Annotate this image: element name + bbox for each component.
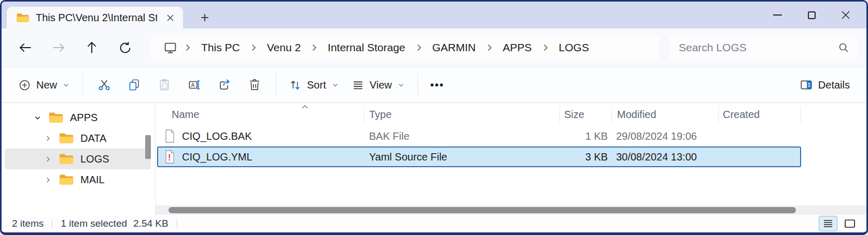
explorer-tab[interactable]: This PC\Venu 2\Internal Storag: [7, 7, 183, 28]
breadcrumb-item-logs[interactable]: LOGS: [552, 39, 596, 56]
status-bar: 2 items 1 item selected 2.54 KB: [2, 215, 866, 232]
file-modified: 30/08/2024 13:00: [611, 148, 717, 166]
chevron-right-icon[interactable]: [39, 135, 57, 142]
tab-close-icon[interactable]: [163, 11, 177, 24]
breadcrumb-chevron-icon: [414, 43, 424, 52]
ellipsis-icon: •••: [430, 79, 444, 91]
breadcrumb-item-garmin[interactable]: GARMIN: [425, 39, 483, 56]
window-controls: [772, 10, 866, 20]
folder-icon: [59, 153, 74, 165]
horizontal-scrollbar-thumb[interactable]: [169, 207, 796, 213]
column-header-name[interactable]: Name: [157, 106, 363, 123]
chevron-down-icon[interactable]: [29, 114, 46, 122]
sidebar-scrollbar-thumb[interactable]: [145, 135, 151, 159]
view-toggles: [819, 216, 859, 231]
sidebar-item-label: DATA: [80, 133, 106, 144]
selection-size: 2.54 KB: [133, 218, 169, 229]
sidebar-item-apps[interactable]: APPS: [5, 107, 151, 128]
file-type: Yaml Source File: [364, 148, 559, 166]
sidebar-item-label: APPS: [70, 112, 97, 124]
copy-button[interactable]: [119, 72, 149, 97]
back-button[interactable]: [14, 36, 37, 59]
column-header-size[interactable]: Size: [559, 106, 611, 123]
file-row-ciq-log-yml[interactable]: ! CIQ_LOG.YML Yaml Source File 3 KB 30/0…: [157, 146, 801, 167]
view-list-icon: [352, 79, 365, 92]
new-button[interactable]: New: [12, 75, 76, 96]
share-button[interactable]: [209, 72, 240, 97]
folder-icon: [59, 132, 74, 144]
close-button[interactable]: [841, 10, 851, 20]
view-button-label: View: [370, 79, 392, 91]
breadcrumb-chevron-icon: [183, 43, 193, 52]
file-type: BAK File: [364, 127, 559, 145]
breadcrumb-item-apps[interactable]: APPS: [496, 39, 539, 56]
status-divider: [52, 219, 52, 228]
file-row-ciq-log-bak[interactable]: CIQ_LOG.BAK BAK File 1 KB 29/08/2024 19:…: [157, 126, 801, 146]
search-box[interactable]: [669, 35, 857, 60]
column-header-type[interactable]: Type: [363, 106, 559, 123]
folder-icon: [59, 173, 74, 186]
breadcrumb-item-this-pc[interactable]: This PC: [194, 39, 247, 56]
file-name: CIQ_LOG.BAK: [182, 130, 252, 142]
details-view-toggle[interactable]: [819, 216, 837, 231]
delete-button[interactable]: [240, 72, 270, 97]
details-pane-button[interactable]: Details: [793, 74, 856, 96]
column-headers: Name Type Size Modified Created: [157, 103, 801, 126]
folder-icon: [48, 111, 64, 124]
toolbar-divider: [82, 74, 83, 96]
folder-icon: [16, 12, 30, 23]
maximize-button[interactable]: [806, 10, 817, 20]
horizontal-scrollbar[interactable]: [156, 205, 866, 215]
navigation-bar: This PC Venu 2 Internal Storage GARMIN A…: [2, 28, 866, 67]
this-pc-icon[interactable]: [159, 41, 181, 55]
sort-ascending-caret-icon: [301, 104, 309, 109]
sidebar-item-mail[interactable]: MAIL: [5, 169, 151, 190]
breadcrumb-chevron-icon: [309, 43, 319, 52]
sort-button-label: Sort: [307, 79, 326, 91]
view-button[interactable]: View: [345, 75, 411, 96]
breadcrumb-item-venu-2[interactable]: Venu 2: [260, 39, 308, 56]
sidebar-item-data[interactable]: DATA: [5, 128, 151, 149]
chevron-right-icon[interactable]: [39, 155, 57, 163]
cut-button[interactable]: [89, 72, 119, 97]
items-count: 2 items: [12, 218, 44, 229]
refresh-button[interactable]: [114, 36, 136, 59]
chevron-down-icon: [62, 81, 70, 89]
tab-title: This PC\Venu 2\Internal Storag: [36, 12, 157, 24]
forward-button[interactable]: [47, 36, 70, 59]
file-size: 3 KB: [559, 148, 611, 166]
file-created: [718, 127, 800, 145]
svg-text:!: !: [168, 153, 171, 162]
file-size: 1 KB: [559, 127, 611, 145]
search-icon[interactable]: [837, 41, 850, 54]
explorer-body: APPS DATA LOGS: [2, 103, 866, 215]
navigation-pane: APPS DATA LOGS: [2, 103, 156, 215]
column-header-created[interactable]: Created: [718, 106, 801, 123]
minimize-button[interactable]: [772, 10, 782, 20]
up-button[interactable]: [80, 36, 103, 59]
tab-bar: This PC\Venu 2\Internal Storag +: [2, 2, 866, 28]
sidebar-item-label: LOGS: [80, 153, 109, 165]
breadcrumb-chevron-icon: [540, 43, 551, 52]
paste-button[interactable]: [149, 72, 179, 97]
chevron-down-icon: [331, 81, 339, 89]
file-list: Name Type Size Modified Created CIQ_LOG.…: [156, 103, 866, 215]
breadcrumb-item-internal-storage[interactable]: Internal Storage: [320, 39, 412, 56]
thumbnails-view-toggle[interactable]: [841, 216, 859, 231]
sort-button[interactable]: Sort: [283, 75, 345, 96]
file-modified: 29/08/2024 19:06: [611, 127, 717, 145]
toolbar-divider: [276, 74, 276, 96]
more-options-button[interactable]: •••: [424, 75, 451, 95]
chevron-right-icon[interactable]: [39, 176, 57, 184]
toolbar-divider: [417, 74, 418, 96]
sidebar-item-logs[interactable]: LOGS: [5, 149, 151, 169]
details-pane-icon: [800, 78, 813, 92]
status-divider: [177, 219, 177, 228]
column-header-modified[interactable]: Modified: [611, 106, 718, 123]
rename-button[interactable]: A: [179, 72, 209, 97]
search-input[interactable]: [679, 41, 837, 54]
svg-text:A: A: [191, 82, 195, 88]
file-created: [718, 148, 800, 166]
new-tab-button[interactable]: +: [194, 7, 215, 28]
sort-icon: [289, 79, 302, 92]
